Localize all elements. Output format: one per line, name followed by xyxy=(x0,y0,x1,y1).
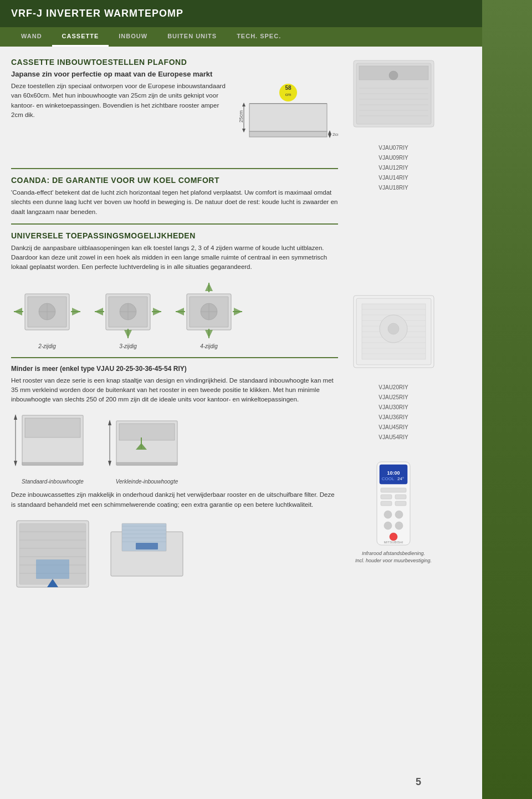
svg-marker-56 xyxy=(108,461,111,466)
svg-rect-110 xyxy=(381,488,406,492)
universele-heading: Universele toepassingsmogelijkheden xyxy=(11,231,338,240)
cassette-slide-svg xyxy=(105,515,188,593)
svg-rect-111 xyxy=(381,495,392,499)
svg-point-118 xyxy=(395,522,403,530)
verkleind-label: Verkleinde-inbouwhoogte xyxy=(116,479,178,485)
svg-point-90 xyxy=(389,71,398,80)
svg-marker-49 xyxy=(14,461,17,466)
coanda-section: Coanda: de garantie voor uw koel comfort… xyxy=(11,176,338,217)
section1: CASSETTE INBOUWTOESTELLEN PLAFOND Japans… xyxy=(11,58,338,161)
code-vjau36: VJAU36RIY xyxy=(378,413,408,423)
svg-text:25cm: 25cm xyxy=(238,110,244,123)
coanda-heading: Coanda: de garantie voor uw koel comfort xyxy=(11,176,338,185)
airflow-4-svg xyxy=(173,280,245,341)
cassette-unit-bottom xyxy=(351,293,437,373)
airflow-3-label: 3-zijdig xyxy=(119,343,137,349)
section1-text: Deze toestellen zijn speciaal ontworpen … xyxy=(11,82,227,120)
minder-text1: Het rooster van deze serie is een knap s… xyxy=(11,376,338,405)
section1-heading: CASSETTE INBOUWTOESTELLEN PLAFOND xyxy=(11,58,338,67)
airflow-3-svg xyxy=(92,280,164,341)
code-vjau09: VJAU09RIY xyxy=(378,153,408,163)
main-content: VRF-J INVERTER WARMTEPOMP WAND CASSETTE … xyxy=(0,0,482,799)
install-verkleind-svg: 250 / 200 mm xyxy=(105,410,188,476)
section1-subheading: Japanse zin voor perfectie op maat van d… xyxy=(11,70,338,78)
svg-marker-11 xyxy=(328,130,331,134)
minder-heading: Minder is meer (enkel type VJAU 20-25-30… xyxy=(11,365,338,373)
svg-marker-6 xyxy=(242,103,245,106)
dimension-diagram: 58 cm 25cm xyxy=(238,82,338,161)
code-vjau54: VJAU54RIY xyxy=(378,432,408,442)
airflow-2-label: 2-zijdig xyxy=(38,343,56,349)
svg-rect-112 xyxy=(395,495,406,499)
divider2 xyxy=(11,223,338,225)
svg-point-104 xyxy=(388,323,399,334)
cassette-bottom-section xyxy=(11,515,338,595)
airflow-3-zijdig: 3-zijdig xyxy=(92,280,164,349)
svg-text:10:00: 10:00 xyxy=(387,470,400,476)
page-title: VRF-J INVERTER WARMTEPOMP xyxy=(11,8,183,19)
svg-rect-113 xyxy=(381,501,392,506)
svg-rect-61 xyxy=(116,462,177,465)
tab-buiten-units[interactable]: BUITEN UNITS xyxy=(157,27,227,47)
right-column: VJAU07RIY VJAU09RIY VJAU12RIY VJAU14RIY … xyxy=(349,58,438,600)
code-vjau14: VJAU14RIY xyxy=(378,173,408,183)
svg-rect-4 xyxy=(249,104,327,131)
left-column: CASSETTE INBOUWTOESTELLEN PLAFOND Japans… xyxy=(11,58,338,600)
product-codes-1: VJAU07RIY VJAU09RIY VJAU12RIY VJAU14RIY … xyxy=(378,143,408,193)
svg-point-119 xyxy=(390,533,397,541)
cassette-filter-svg xyxy=(11,515,94,593)
svg-point-116 xyxy=(395,511,403,518)
airflow-4-zijdig: 4-zijdig xyxy=(173,280,245,349)
svg-rect-51 xyxy=(25,418,80,437)
airflow-2-zijdig: 2-zijdig xyxy=(11,280,83,349)
svg-text:MITSUBISHI: MITSUBISHI xyxy=(384,541,403,544)
tab-wand[interactable]: WAND xyxy=(11,27,52,47)
svg-rect-114 xyxy=(395,501,406,506)
code-vjau20: VJAU20RIY xyxy=(378,383,408,393)
universele-text: Dankzij de aanpasbare uitblaasopeningen … xyxy=(11,243,338,272)
divider1 xyxy=(11,168,338,169)
cassette-filter-img xyxy=(11,515,94,595)
dimension-svg: 58 cm 25cm xyxy=(238,82,338,159)
page-wrapper: VRF-J INVERTER WARMTEPOMP WAND CASSETTE … xyxy=(0,0,532,799)
svg-marker-12 xyxy=(328,134,331,138)
code-vjau07: VJAU07RIY xyxy=(378,143,408,153)
install-standard-svg: 285 / 235 mm xyxy=(11,410,94,476)
install-standard: 285 / 235 mm Standaard-inbouwhoogte xyxy=(11,410,94,485)
code-vjau12: VJAU12RIY xyxy=(378,163,408,173)
standaard-label: Standaard-inbouwhoogte xyxy=(22,479,84,485)
product-codes-2: VJAU20RIY VJAU25RIY VJAU30RIY VJAU36RIY … xyxy=(378,383,408,442)
svg-rect-71 xyxy=(36,559,69,579)
svg-marker-7 xyxy=(242,129,245,133)
cassette-unit-top xyxy=(351,58,437,132)
cassette-unit-top-svg xyxy=(351,58,437,130)
page-number: 5 xyxy=(416,776,421,788)
airflow-section: 2-zijdig xyxy=(11,280,338,349)
airflow-4-label: 4-zijdig xyxy=(200,343,218,349)
cassette-slide-img xyxy=(105,515,188,595)
svg-marker-48 xyxy=(14,414,17,420)
svg-text:24°: 24° xyxy=(397,476,404,481)
code-vjau30: VJAU30RIY xyxy=(378,403,408,413)
tab-inbouw[interactable]: INBOUW xyxy=(109,27,157,47)
minder-text2: Deze inbouwcassettes zijn makkelijk in o… xyxy=(11,490,338,510)
svg-point-117 xyxy=(384,522,392,530)
cassette-unit-bottom-svg xyxy=(351,293,437,370)
svg-point-115 xyxy=(384,511,392,518)
code-vjau18: VJAU18RIY xyxy=(378,183,408,193)
svg-rect-9 xyxy=(249,131,327,137)
svg-rect-52 xyxy=(22,462,83,465)
minder-section: Minder is meer (enkel type VJAU 20-25-30… xyxy=(11,365,338,595)
tab-tech-spec[interactable]: TECH. SPEC. xyxy=(227,27,291,47)
svg-rect-58 xyxy=(119,424,175,440)
tab-cassette[interactable]: CASSETTE xyxy=(52,27,109,47)
nav-tabs: WAND CASSETTE INBOUW BUITEN UNITS TECH. … xyxy=(0,27,482,47)
divider3 xyxy=(11,357,338,358)
svg-text:cm: cm xyxy=(285,92,291,97)
remote-svg: 10:00 COOL 24° xyxy=(369,459,418,548)
code-vjau25: VJAU25RIY xyxy=(378,393,408,403)
remote-area: 10:00 COOL 24° xyxy=(355,459,432,564)
coanda-text: 'Coanda-effect' betekent dat de lucht zi… xyxy=(11,188,338,217)
svg-text:COOL: COOL xyxy=(382,476,395,481)
svg-rect-80 xyxy=(136,543,158,549)
